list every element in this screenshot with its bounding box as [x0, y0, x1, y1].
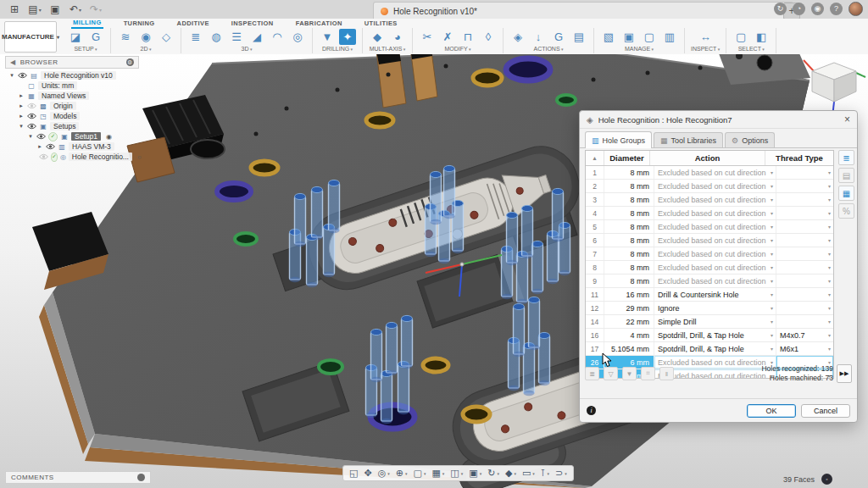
hole-group-row-7[interactable]: 78 mmExcluded based on cut direction▾▾	[586, 247, 833, 261]
3d-spiral-icon[interactable]: ◎	[289, 29, 306, 45]
action-select-8[interactable]: Excluded based on cut direction▾	[654, 261, 776, 274]
post-library-icon[interactable]: ▢	[641, 29, 658, 45]
hole-group-row-4[interactable]: 48 mmExcluded based on cut direction▾▾	[586, 207, 833, 220]
column-header-diameter[interactable]: Diameter	[604, 151, 650, 165]
ribbon-tab-utilities[interactable]: UTILITIES	[363, 19, 399, 28]
dialog-tab-tool-libraries[interactable]: ▦Tool Libraries	[654, 132, 723, 147]
tool-library-icon[interactable]: ▧	[600, 29, 617, 45]
action-select-11[interactable]: Drill & Countersink Hole▾	[654, 288, 776, 301]
filter-up-icon[interactable]: ▽	[604, 367, 618, 380]
visibility-eye-icon[interactable]	[18, 72, 27, 79]
3d-scallop-icon[interactable]: ◠	[269, 29, 286, 45]
column-header-action[interactable]: Action	[650, 151, 765, 165]
multiaxis-flow-icon[interactable]: ◕	[389, 29, 406, 45]
column-header-thread-type[interactable]: Thread Type	[765, 151, 833, 165]
drill-icon[interactable]: ▼	[319, 29, 336, 45]
hole-group-row-1[interactable]: 18 mmExcluded based on cut direction▾▾	[586, 166, 833, 180]
info-icon[interactable]: i	[587, 406, 596, 415]
percent-view-button[interactable]: %	[838, 203, 854, 219]
3d-adaptive-icon[interactable]: ≣	[187, 29, 204, 45]
thread-type-select-12[interactable]: ▾	[776, 302, 833, 314]
split-groups-icon[interactable]: ‖	[659, 367, 674, 380]
ok-button[interactable]: OK	[747, 404, 796, 418]
comments-panel[interactable]: COMMENTS	[5, 471, 151, 484]
thread-type-select-3[interactable]: ▾	[776, 193, 833, 206]
dialog-close-icon[interactable]: ×	[844, 114, 850, 125]
ribbon-tab-fabrication[interactable]: FABRICATION	[294, 19, 344, 28]
thread-type-select-9[interactable]: ▾	[776, 274, 833, 287]
app-grid-icon[interactable]: ⊞	[5, 2, 24, 17]
window-select-icon[interactable]: ▢	[732, 29, 749, 45]
thread-type-select-4[interactable]: ▾	[776, 207, 833, 219]
comments-toggle-icon[interactable]	[137, 474, 145, 481]
user-avatar[interactable]	[849, 2, 863, 16]
viewports-icon[interactable]: ◫▾	[448, 467, 465, 480]
browser-item-setups[interactable]: ▾ ▣Setups	[5, 121, 139, 131]
setup-sheet-icon[interactable]: ▤	[570, 29, 587, 45]
templates-icon[interactable]: ▥	[661, 29, 678, 45]
2d-adaptive-icon[interactable]: ≋	[117, 29, 134, 45]
visual-style-icon[interactable]: ▣▾	[466, 467, 484, 480]
activate-radio-icon[interactable]: ○	[137, 153, 142, 161]
g1g2-icon[interactable]: G	[550, 29, 567, 45]
expand-arrow-icon[interactable]: ▸	[18, 103, 25, 109]
tool-display-icon[interactable]: ▭▾	[520, 467, 537, 480]
action-select-12[interactable]: Ignore▾	[654, 302, 776, 314]
file-menu-icon[interactable]: ▤▾	[25, 2, 44, 17]
merge-groups-icon[interactable]: ⌗	[641, 367, 655, 380]
viewport[interactable]: ◀ BROWSER ⚙ ▾ ▤Hole Recognition v10▢Unit…	[0, 54, 868, 488]
action-select-9[interactable]: Excluded based on cut direction▾	[654, 274, 776, 287]
workspace-switcher[interactable]: MANUFACTURE▾	[4, 21, 57, 53]
thread-type-select-16[interactable]: M4x0.7▾	[776, 329, 833, 341]
browser-item-setup1[interactable]: ▾ ✓▣Setup1◉	[5, 131, 139, 141]
trim-icon[interactable]: ✂	[419, 29, 436, 45]
ribbon-tab-turning[interactable]: TURNING	[122, 19, 157, 28]
dialog-tab-hole-groups[interactable]: ▥Hole Groups	[585, 131, 652, 148]
hole-group-row-6[interactable]: 68 mmExcluded based on cut direction▾▾	[586, 234, 833, 247]
ribbon-group-label[interactable]: MULTI-AXIS	[370, 46, 406, 52]
thread-type-select-6[interactable]: ▾	[776, 234, 833, 247]
simulate-icon[interactable]: ◈	[509, 29, 526, 45]
thread-type-select-1[interactable]: ▾	[776, 166, 833, 179]
hole-group-row-8[interactable]: 88 mmExcluded based on cut direction▾▾	[586, 261, 833, 274]
ribbon-group-label[interactable]: SETUP	[74, 46, 97, 52]
hole-group-row-16[interactable]: 164 mmSpotdrill, Drill, & Tap Hole▾M4x0.…	[586, 329, 833, 342]
action-select-7[interactable]: Excluded based on cut direction▾	[654, 247, 776, 260]
expand-arrow-icon[interactable]: ▾	[18, 123, 25, 130]
3d-steep-shallow-icon[interactable]: ◢	[248, 29, 265, 45]
browser-item-hole-recognitio[interactable]: ✓◎Hole Recognitio...○	[5, 152, 139, 162]
post-process-icon[interactable]: ↓	[530, 29, 547, 45]
clock-icon[interactable]: ◔	[793, 3, 805, 15]
hole-group-row-17[interactable]: 175.1054 mmSpotdrill, Drill, & Tap Hole▾…	[586, 342, 833, 356]
delete-passes-icon[interactable]: ✗	[439, 29, 456, 45]
action-select-4[interactable]: Excluded based on cut direction▾	[654, 207, 776, 219]
measure-icon[interactable]: ↔	[697, 29, 714, 45]
display-settings-icon[interactable]: ▢▾	[410, 467, 428, 480]
expand-arrow-icon[interactable]: ▸	[36, 143, 43, 150]
ribbon-group-label[interactable]: 3D	[242, 46, 253, 52]
save-icon[interactable]: ▣	[46, 2, 64, 17]
visibility-eye-icon[interactable]	[27, 123, 36, 130]
dialog-tab-options[interactable]: ⚙Options	[725, 132, 775, 147]
hole-recognition-icon[interactable]: ✦	[339, 29, 356, 45]
2d-chamfer-icon[interactable]: ◇	[158, 29, 175, 45]
expand-arrow-icon[interactable]: ▸	[18, 113, 25, 119]
action-select-3[interactable]: Excluded based on cut direction▾	[654, 193, 776, 206]
pan-icon[interactable]: ✥	[361, 467, 374, 480]
hole-group-row-12[interactable]: 1229 mmIgnore▾▾	[586, 302, 833, 315]
look-at-icon[interactable]: ◆▾	[503, 467, 519, 480]
action-select-16[interactable]: Spotdrill, Drill, & Tap Hole▾	[654, 329, 776, 341]
ribbon-group-label[interactable]: MODIFY	[444, 46, 470, 52]
zoom-window-icon[interactable]: ⊕▾	[393, 467, 410, 480]
browser-item-haas-vm-3[interactable]: ▸ ▥HAAS VM-3	[5, 141, 139, 152]
action-select-14[interactable]: Simple Drill▾	[654, 315, 776, 328]
action-select-2[interactable]: Excluded based on cut direction▾	[654, 180, 776, 192]
browser-item-models[interactable]: ▸ ◳Models	[5, 111, 139, 121]
browser-item-units-mm[interactable]: ▢Units: mm	[5, 80, 139, 91]
action-select-1[interactable]: Excluded based on cut direction▾	[654, 166, 776, 179]
ribbon-group-label[interactable]: 2D	[141, 46, 152, 52]
job-status-icon[interactable]: ↻	[774, 3, 787, 15]
thread-type-select-7[interactable]: ▾	[776, 247, 833, 260]
action-select-6[interactable]: Excluded based on cut direction▾	[654, 234, 776, 247]
ribbon-tab-inspection[interactable]: INSPECTION	[230, 19, 275, 28]
